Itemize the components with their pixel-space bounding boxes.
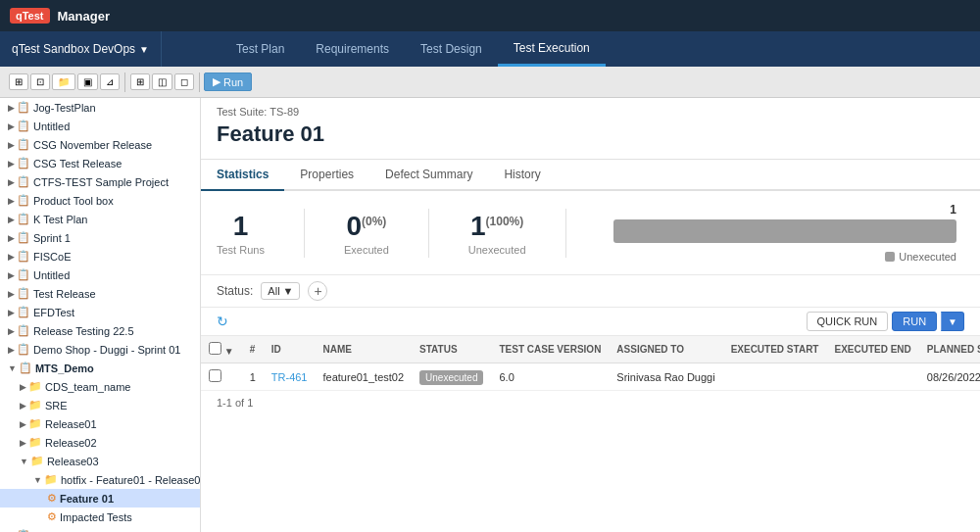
sidebar-label: K Test Plan (33, 214, 87, 225)
refresh-button[interactable]: ↻ (217, 314, 228, 329)
expand-icon: ▶ (8, 233, 15, 243)
sidebar-item-hotfix-feature01[interactable]: ▼ 📁 hotfix - Feature01 - Release03 (0, 470, 200, 489)
sidebar-item-k-test-plan[interactable]: ▶ 📋 K Test Plan (0, 210, 200, 228)
sidebar-item-drag-out[interactable]: ▶ 📋 drag out everything later (0, 526, 200, 532)
sidebar-label: Product Tool box (33, 195, 114, 207)
sidebar-item-release01[interactable]: ▶ 📁 Release01 (0, 414, 200, 433)
filter-dropdown-arrow: ▼ (283, 285, 294, 297)
sidebar-item-feature01[interactable]: ⚙ Feature 01 (0, 489, 200, 508)
expand-icon: ▶ (8, 289, 15, 299)
progress-bar (613, 219, 956, 243)
sidebar-label: EFDTest (33, 307, 74, 318)
tab-test-plan[interactable]: Test Plan (220, 31, 300, 67)
tab-statistics[interactable]: Statistics (201, 160, 284, 191)
expand-icon: ▶ (8, 159, 15, 169)
project-selector[interactable]: qTest Sandbox DevOps ▼ (0, 31, 162, 67)
toolbar-btn-6[interactable]: ◻ (174, 73, 194, 90)
toolbar-btn-1[interactable]: ⊞ (9, 73, 28, 90)
sidebar-item-release-testing[interactable]: ▶ 📋 Release Testing 22.5 (0, 321, 200, 340)
toolbar-btn-3[interactable]: 📁 (52, 73, 75, 90)
sidebar-label: CDS_team_name (45, 381, 130, 393)
sidebar-item-untitled-2[interactable]: ▶ 📋 Untitled (0, 266, 200, 284)
row-checkbox[interactable] (209, 369, 221, 382)
expand-icon: ▶ (8, 270, 15, 280)
expand-icon: ▶ (8, 215, 15, 224)
sidebar-label: SRE (45, 400, 68, 411)
run-dropdown-button[interactable]: ▼ (941, 312, 964, 331)
row-id: TR-461 (264, 363, 316, 391)
filter-bar: Status: All ▼ + (201, 275, 980, 308)
sidebar-item-release02[interactable]: ▶ 📁 Release02 (0, 433, 200, 452)
expand-icon: ▶ (8, 345, 15, 355)
sidebar-item-csg-test[interactable]: ▶ 📋 CSG Test Release (0, 154, 200, 172)
sidebar-label: MTS_Demo (35, 363, 94, 374)
sidebar-item-untitled-1[interactable]: ▶ 📋 Untitled (0, 117, 200, 135)
col-assigned: ASSIGNED TO (609, 336, 722, 363)
content-area: Test Suite: TS-89 Feature 01 Statistics … (201, 98, 980, 532)
tab-test-execution[interactable]: Test Execution (498, 31, 606, 67)
toolbar-btn-grid[interactable]: ⊞ (130, 73, 150, 90)
tab-history[interactable]: History (488, 160, 556, 191)
project-name: qTest Sandbox DevOps (12, 42, 135, 56)
sidebar-label: CSG November Release (33, 139, 152, 151)
sidebar-item-csg-november[interactable]: ▶ 📋 CSG November Release (0, 135, 200, 154)
sidebar-item-mts-demo[interactable]: ▼ 📋 MTS_Demo (0, 359, 200, 377)
folder-icon: 📋 (17, 324, 30, 337)
filter-status-value: All (268, 285, 279, 297)
expand-icon: ▶ (20, 382, 26, 392)
toolbar-btn-filter[interactable]: ⊿ (100, 73, 120, 90)
row-id-link[interactable]: TR-461 (271, 371, 308, 383)
sidebar: ▶ 📋 Jog-TestPlan ▶ 📋 Untitled ▶ 📋 CSG No… (0, 98, 201, 532)
run-label: Run (223, 76, 243, 88)
sidebar-item-cds-team[interactable]: ▶ 📁 CDS_team_name (0, 377, 200, 396)
col-name: NAME (316, 336, 413, 363)
select-all-checkbox[interactable] (209, 342, 221, 355)
col-executed-end: EXECUTED END (826, 336, 918, 363)
tab-defect-summary[interactable]: Defect Summary (369, 160, 488, 191)
toolbar-btn-2[interactable]: ⊡ (30, 73, 50, 90)
sidebar-item-demo-shop[interactable]: ▶ 📋 Demo Shop - Duggi - Sprint 01 (0, 340, 200, 359)
content-header: Test Suite: TS-89 Feature 01 (201, 98, 980, 160)
add-filter-button[interactable]: + (308, 281, 327, 301)
progress-legend: Unexecuted (613, 251, 956, 263)
toolbar-btn-5[interactable]: ◫ (152, 73, 172, 90)
toolbar-btn-4[interactable]: ▣ (77, 73, 98, 90)
run-button[interactable]: ▶ Run (204, 73, 252, 91)
sidebar-item-release03[interactable]: ▼ 📁 Release03 (0, 452, 200, 470)
col-executed-start: EXECUTED START (723, 336, 827, 363)
nav-bar: qTest Sandbox DevOps ▼ Test Plan Require… (0, 31, 980, 67)
run-main-button[interactable]: RUN (892, 312, 937, 331)
row-planned-start: 08/26/2022 (919, 363, 980, 391)
sidebar-item-impacted-tests[interactable]: ⚙ Impacted Tests (0, 508, 200, 526)
quick-run-button[interactable]: QUICK RUN (807, 312, 889, 331)
stat-test-runs-label: Test Runs (217, 244, 265, 256)
subfolder-icon: 📁 (30, 455, 44, 467)
row-num: 1 (242, 363, 264, 391)
action-bar: ↻ QUICK RUN RUN ▼ (201, 308, 980, 336)
sidebar-item-fiscoe[interactable]: ▶ 📋 FISCoE (0, 247, 200, 266)
tab-test-design[interactable]: Test Design (405, 31, 498, 67)
expand-icon: ▼ (20, 457, 28, 466)
row-status: Unexecuted (412, 363, 491, 391)
sidebar-label: Sprint 1 (33, 232, 71, 244)
sidebar-item-jog-testplan[interactable]: ▶ 📋 Jog-TestPlan (0, 98, 200, 117)
sidebar-label: Impacted Tests (60, 511, 132, 523)
folder-icon: 📋 (17, 194, 30, 207)
page-title: Feature 01 (217, 121, 964, 147)
folder-icon: 📋 (17, 268, 30, 281)
folder-icon: 📋 (19, 362, 32, 374)
sidebar-item-test-release[interactable]: ▶ 📋 Test Release (0, 284, 200, 303)
stat-executed-label: Executed (344, 244, 389, 256)
sidebar-item-ctfs[interactable]: ▶ 📋 CTFS-TEST Sample Project (0, 172, 200, 191)
tab-requirements[interactable]: Requirements (300, 31, 405, 67)
row-version: 6.0 (491, 363, 609, 391)
subfolder-icon: 📁 (28, 436, 42, 449)
sidebar-item-sre[interactable]: ▶ 📁 SRE (0, 396, 200, 414)
filter-status-select[interactable]: All ▼ (261, 282, 300, 300)
sidebar-item-sprint-1[interactable]: ▶ 📋 Sprint 1 (0, 228, 200, 247)
sidebar-item-efdtest[interactable]: ▶ 📋 EFDTest (0, 303, 200, 321)
sidebar-item-product-toolbox[interactable]: ▶ 📋 Product Tool box (0, 191, 200, 210)
tab-properties[interactable]: Properties (284, 160, 369, 191)
expand-icon: ▶ (20, 419, 26, 429)
nav-tabs: Test Plan Requirements Test Design Test … (220, 31, 606, 67)
